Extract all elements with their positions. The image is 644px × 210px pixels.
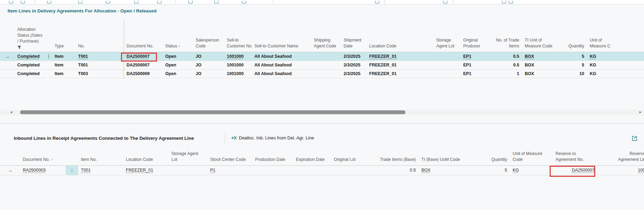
- toolbar-icon-fragment[interactable]: [21, 1, 25, 3]
- filter-icon[interactable]: [17, 46, 21, 49]
- cell-stock-center[interactable]: P1: [207, 165, 252, 175]
- cell-uom[interactable]: KG: [587, 52, 610, 61]
- cell-type[interactable]: Item: [52, 61, 75, 69]
- col-original-lot[interactable]: Original Lot: [331, 147, 377, 165]
- cell-quantity[interactable]: 5: [559, 52, 587, 61]
- cell-document-no[interactable]: DA2500007: [124, 52, 162, 61]
- cell-salesperson[interactable]: JO: [193, 52, 224, 61]
- cell-no[interactable]: T003: [75, 69, 124, 78]
- cell-trade-items-base[interactable]: 0.5: [377, 165, 419, 175]
- cell-reserve-to-agreement-no[interactable]: DA2500007: [551, 165, 615, 175]
- cell-storage-lot[interactable]: [433, 61, 460, 69]
- cell-customer-name[interactable]: All About Seafood: [252, 52, 311, 61]
- scrollbar-thumb[interactable]: [20, 110, 405, 114]
- cell-allocation-status[interactable]: Completed: [15, 52, 44, 61]
- cell-shipment-date[interactable]: 2/3/2025: [341, 52, 366, 61]
- col-unit-of-measure[interactable]: Unit of Measure Code: [510, 147, 551, 165]
- cell-uom[interactable]: KG: [587, 61, 610, 69]
- cell-shipping-agent[interactable]: [311, 52, 341, 61]
- col-item-no[interactable]: Item No.: [78, 147, 123, 165]
- share-icon[interactable]: [631, 134, 638, 142]
- toolbar-icon-fragment[interactable]: [242, 1, 246, 3]
- cell-producer[interactable]: EP1: [460, 69, 492, 78]
- cell-producer[interactable]: EP1: [460, 61, 492, 69]
- col-location-code[interactable]: Location Code: [366, 19, 433, 52]
- col-reserve-to-agreement-no[interactable]: Reserve to Agreement No.: [551, 147, 615, 165]
- row-menu-icon[interactable]: ⋮: [44, 52, 52, 61]
- col-reserve-to-agreement-line-no[interactable]: Reserve to Agreement Line No.: [615, 147, 644, 165]
- cell-location[interactable]: FREEZER_01: [366, 61, 433, 69]
- cell-uom[interactable]: KG: [587, 69, 610, 78]
- col-storage-agent-lot[interactable]: Storage Agent Lot: [433, 19, 460, 52]
- scroll-right-icon[interactable]: ►: [639, 110, 642, 114]
- col-ti-base-uom[interactable]: TI (Base) UoM Code: [419, 147, 470, 165]
- toolbar-icon-fragment[interactable]: [134, 1, 138, 3]
- toolbar-icon-fragment[interactable]: [375, 1, 379, 3]
- cell-status[interactable]: Open: [162, 69, 193, 78]
- toolbar-icon-fragment[interactable]: [443, 1, 447, 3]
- cell-reserve-to-agreement-line-no[interactable]: 10000: [615, 165, 644, 175]
- cell-location[interactable]: FREEZER_01: [366, 52, 433, 61]
- col-sellto-customer-no[interactable]: Sell-to Customer No.: [224, 19, 252, 52]
- col-quantity[interactable]: Quantity: [559, 19, 587, 52]
- cell-production-date[interactable]: [252, 165, 293, 175]
- cell-original-lot[interactable]: [331, 165, 377, 175]
- cell-ti-uom[interactable]: BOX: [522, 69, 559, 78]
- col-stock-center-code[interactable]: Stock Center Code: [207, 147, 252, 165]
- cell-trade-items[interactable]: 1: [492, 69, 522, 78]
- col-storage-agent-lot[interactable]: Storage Agent Lot: [169, 147, 207, 165]
- cell-status[interactable]: Open: [162, 52, 193, 61]
- cell-expiration-date[interactable]: [293, 165, 331, 175]
- col-allocation-status[interactable]: Allocation Status (Sales / Purchase): [15, 19, 44, 52]
- table-row[interactable]: Completed Item T001 DA2500007 Open JO 10…: [0, 61, 644, 69]
- col-shipment-date[interactable]: Shipment Date: [341, 19, 366, 52]
- col-document-no[interactable]: Document No. ↑: [20, 147, 66, 165]
- cell-salesperson[interactable]: JO: [193, 69, 224, 78]
- col-quantity[interactable]: Quantity: [470, 147, 510, 165]
- cell-producer[interactable]: EP1: [460, 52, 492, 61]
- table-row[interactable]: → RA2500003 ⋮ T001 FREEZER_01 P1 0.5 BOX…: [0, 165, 644, 175]
- cell-document-no[interactable]: DA2500009: [124, 69, 162, 78]
- cell-quantity[interactable]: 10: [559, 69, 587, 78]
- toolbar-icon-fragment[interactable]: [106, 1, 110, 3]
- col-document-no[interactable]: Document No.: [124, 19, 162, 52]
- cell-item-no[interactable]: T001: [78, 165, 123, 175]
- cell-customer-name[interactable]: All About Seafood: [252, 61, 311, 69]
- col-type[interactable]: Type: [52, 19, 75, 52]
- dealloc-inbound-lines-button[interactable]: Dealloc. Inb. Lines from Del. Agr. Line: [231, 135, 314, 140]
- row-menu-icon[interactable]: ⋮: [66, 165, 78, 175]
- cell-storage-lot[interactable]: [433, 69, 460, 78]
- cell-quantity[interactable]: 5: [470, 165, 510, 175]
- col-location-code[interactable]: Location Code: [123, 147, 169, 165]
- cell-shipment-date[interactable]: 2/3/2025: [341, 69, 366, 78]
- toolbar-icon-fragment[interactable]: [157, 1, 161, 3]
- cell-ti-uom[interactable]: BOX: [522, 52, 559, 61]
- scroll-left-icon[interactable]: ◄: [10, 110, 13, 114]
- cell-no[interactable]: T001: [75, 61, 124, 69]
- cell-shipment-date[interactable]: 2/3/2025: [341, 61, 366, 69]
- cell-storage-lot[interactable]: [169, 165, 207, 175]
- toolbar-icon-fragment[interactable]: [509, 1, 513, 3]
- col-salesperson-code[interactable]: Salesperson Code: [193, 19, 224, 52]
- cell-customer-no[interactable]: 1001000: [224, 52, 252, 61]
- cell-salesperson[interactable]: JO: [193, 61, 224, 69]
- cell-customer-name[interactable]: All About Seafood: [252, 69, 311, 78]
- toolbar-icon-fragment[interactable]: [9, 1, 13, 3]
- cell-shipping-agent[interactable]: [311, 69, 341, 78]
- toolbar-icon-fragment[interactable]: [78, 1, 82, 3]
- table-row[interactable]: Completed Item T003 DA2500009 Open JO 10…: [0, 69, 644, 78]
- toolbar-icon-fragment[interactable]: [214, 1, 218, 3]
- cell-document-no[interactable]: RA2500003: [20, 165, 66, 175]
- toolbar-icon-fragment[interactable]: [47, 1, 51, 3]
- col-no[interactable]: No.: [75, 19, 124, 52]
- cell-trade-items[interactable]: 0.5: [492, 52, 522, 61]
- col-shipping-agent-code[interactable]: Shipping Agent Code: [311, 19, 341, 52]
- cell-location[interactable]: FREEZER_01: [123, 165, 169, 175]
- cell-ti-uom[interactable]: BOX: [522, 61, 559, 69]
- col-ti-unit-of-measure[interactable]: TI Unit of Measure Code: [522, 19, 559, 52]
- toolbar-icon-fragment[interactable]: [502, 1, 506, 3]
- col-trade-items-base[interactable]: Trade Items (Base): [377, 147, 419, 165]
- table-row[interactable]: → Completed ⋮ Item T001 DA2500007 Open J…: [0, 52, 644, 61]
- horizontal-scrollbar[interactable]: ◄ ►: [0, 110, 644, 115]
- cell-location[interactable]: FREEZER_01: [366, 69, 433, 78]
